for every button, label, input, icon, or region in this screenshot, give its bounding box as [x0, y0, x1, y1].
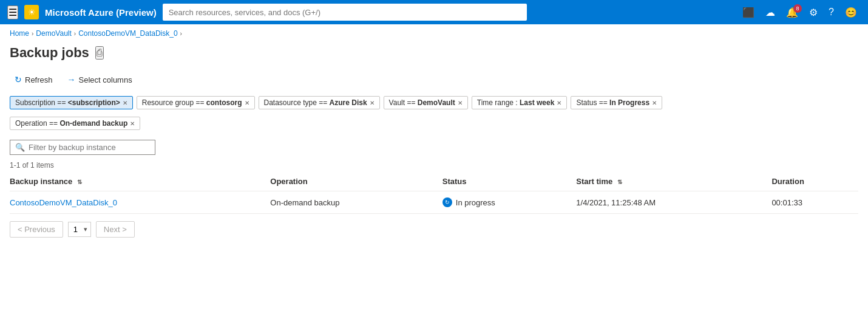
- cloud-shell-icon[interactable]: ☁: [762, 4, 779, 21]
- backup-instance-filter-input[interactable]: [29, 143, 150, 152]
- cell-duration: 00:01:33: [771, 191, 858, 214]
- col-status: Status: [442, 172, 577, 191]
- filter-tags: Subscription == <subscription> ✕ Resourc…: [0, 91, 868, 135]
- table-row: ContosoDemoVM_DataDisk_0 On-demand backu…: [10, 191, 858, 214]
- backup-jobs-table: Backup instance ⇅ Operation Status Start…: [10, 172, 858, 214]
- next-button[interactable]: Next >: [96, 221, 135, 238]
- filter-close-icon[interactable]: ✕: [245, 100, 249, 106]
- page-select[interactable]: 1: [68, 222, 91, 237]
- print-button[interactable]: ⎙: [95, 46, 104, 60]
- topbar-actions: ⬛ ☁ 🔔 8 ⚙ ? 😊: [739, 4, 861, 21]
- cell-operation: On-demand backup: [270, 191, 442, 214]
- filter-datasource-type[interactable]: Datasource type == Azure Disk ✕: [259, 96, 380, 109]
- filter-close-icon[interactable]: ✕: [458, 100, 463, 106]
- previous-button[interactable]: < Previous: [10, 221, 63, 238]
- status-label: In progress: [456, 198, 495, 207]
- account-icon[interactable]: 😊: [841, 4, 861, 21]
- search-filter-row: 🔍: [0, 135, 868, 157]
- global-search-input[interactable]: [163, 4, 527, 21]
- col-duration: Duration: [771, 172, 858, 191]
- filter-subscription[interactable]: Subscription == <subscription> ✕: [10, 96, 133, 109]
- items-count: 1-1 of 1 items: [0, 157, 868, 172]
- refresh-icon: ↻: [15, 75, 22, 84]
- sort-icon[interactable]: ⇅: [617, 179, 622, 185]
- page-select-wrapper: 1: [68, 222, 91, 237]
- pagination: < Previous 1 Next >: [0, 214, 868, 245]
- cell-backup-instance: ContosoDemoVM_DataDisk_0: [10, 191, 270, 214]
- search-filter-container: 🔍: [10, 140, 155, 155]
- search-icon: 🔍: [15, 143, 25, 152]
- breadcrumb-vault[interactable]: DemoVault: [36, 29, 71, 38]
- menu-icon[interactable]: ☰: [7, 5, 18, 19]
- status-progress-icon: ↻: [442, 197, 452, 207]
- col-backup-instance: Backup instance ⇅: [10, 172, 270, 191]
- filter-resource-group[interactable]: Resource group == contosorg ✕: [137, 96, 255, 109]
- filter-close-icon[interactable]: ✕: [557, 100, 561, 106]
- breadcrumb-home[interactable]: Home: [10, 29, 29, 38]
- filter-status[interactable]: Status == In Progress ✕: [571, 96, 662, 109]
- filter-close-icon[interactable]: ✕: [130, 120, 135, 127]
- filter-vault[interactable]: Vault == DemoVault ✕: [384, 96, 468, 109]
- table-container: Backup instance ⇅ Operation Status Start…: [0, 172, 868, 214]
- cell-start-time: 1/4/2021, 11:25:48 AM: [576, 191, 771, 214]
- select-columns-button[interactable]: → Select columns: [63, 72, 137, 87]
- columns-icon: →: [67, 75, 76, 84]
- page-title: Backup jobs: [10, 45, 89, 61]
- col-start-time: Start time ⇅: [576, 172, 771, 191]
- filter-close-icon[interactable]: ✕: [123, 100, 127, 106]
- terminal-icon[interactable]: ⬛: [739, 4, 758, 21]
- table-header-row: Backup instance ⇅ Operation Status Start…: [10, 172, 858, 191]
- backup-instance-link[interactable]: ContosoDemoVM_DataDisk_0: [10, 198, 117, 207]
- page-header: Backup jobs ⎙: [0, 43, 868, 68]
- filter-close-icon[interactable]: ✕: [652, 100, 657, 106]
- topbar: ☰ ☀ Microsoft Azure (Preview) ⬛ ☁ 🔔 8 ⚙ …: [0, 0, 868, 24]
- notifications-badge: 8: [793, 4, 802, 13]
- filter-operation[interactable]: Operation == On-demand backup ✕: [10, 117, 140, 130]
- sort-icon[interactable]: ⇅: [77, 179, 82, 185]
- settings-icon[interactable]: ⚙: [805, 4, 821, 21]
- brand-name: Microsoft Azure (Preview): [45, 7, 157, 18]
- notifications-icon[interactable]: 🔔 8: [782, 4, 802, 21]
- cell-status: ↻ In progress: [442, 191, 577, 214]
- refresh-button[interactable]: ↻ Refresh: [10, 72, 58, 87]
- toolbar: ↻ Refresh → Select columns: [0, 68, 868, 91]
- breadcrumb: Home › DemoVault › ContosoDemoVM_DataDis…: [0, 24, 868, 43]
- filter-time-range[interactable]: Time range : Last week ✕: [472, 96, 568, 109]
- breadcrumb-disk[interactable]: ContosoDemoVM_DataDisk_0: [78, 29, 177, 38]
- filter-close-icon[interactable]: ✕: [370, 100, 375, 106]
- azure-logo: ☀: [24, 5, 39, 19]
- col-operation: Operation: [270, 172, 442, 191]
- help-icon[interactable]: ?: [825, 4, 838, 20]
